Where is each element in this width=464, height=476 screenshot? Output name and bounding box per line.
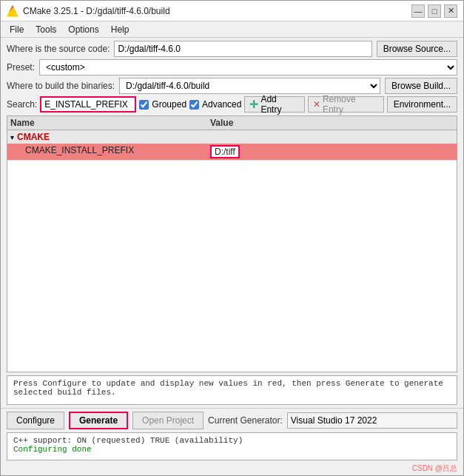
- x-icon: ✕: [313, 99, 320, 110]
- build-row: Where to build the binaries: D:/gdal/tif…: [7, 78, 457, 94]
- search-row: Search: Grouped Advanced ✛ Add Entry ✕ R…: [7, 96, 457, 113]
- remove-entry-button[interactable]: ✕ Remove Entry: [308, 96, 384, 113]
- log-line-1: C++ support: ON (requested) TRUE (availa…: [13, 436, 451, 445]
- cmake-group-header[interactable]: ▾ CMAKE: [7, 130, 457, 144]
- menu-options[interactable]: Options: [62, 23, 104, 36]
- build-label: Where to build the binaries:: [7, 81, 115, 91]
- bottom-bar: Configure Generate Open Project Current …: [1, 408, 463, 432]
- table-row[interactable]: CMAKE_INSTALL_PREFIX D:/tiff: [7, 144, 457, 161]
- status-bar: Press Configure to update and display ne…: [7, 375, 457, 405]
- cmake-table: Name Value ▾ CMAKE CMAKE_INSTALL_PREFIX …: [7, 115, 457, 372]
- generate-button[interactable]: Generate: [69, 412, 128, 429]
- search-label: Search:: [7, 99, 37, 110]
- cmake-group-label: CMAKE: [17, 132, 50, 142]
- search-input[interactable]: [40, 96, 136, 113]
- current-generator-label: Current Generator:: [208, 415, 283, 426]
- grouped-checkbox-group: Grouped: [139, 99, 186, 110]
- build-input[interactable]: D:/gdal/tiff-4.6.0/build: [119, 78, 380, 94]
- menu-bar: File Tools Options Help: [1, 21, 463, 38]
- row-value-cell: D:/tiff: [210, 145, 454, 158]
- menu-help[interactable]: Help: [105, 23, 135, 36]
- row-name-cell: CMAKE_INSTALL_PREFIX: [10, 145, 210, 158]
- current-generator-input[interactable]: [287, 412, 457, 429]
- col-value: Value: [210, 118, 454, 128]
- advanced-checkbox-group: Advanced: [189, 99, 241, 110]
- col-name: Name: [10, 118, 210, 128]
- log-area: C++ support: ON (requested) TRUE (availa…: [7, 432, 457, 460]
- minimize-button[interactable]: —: [411, 4, 425, 18]
- grouped-checkbox[interactable]: [139, 100, 149, 110]
- log-line-2: Configuring done: [13, 445, 451, 454]
- preset-label: Preset:: [7, 62, 35, 73]
- preset-row: Preset: <custom>: [7, 59, 457, 76]
- value-highlighted: D:/tiff: [210, 145, 240, 158]
- remove-entry-label: Remove Entry: [323, 94, 379, 115]
- browse-source-button[interactable]: Browse Source...: [377, 41, 457, 57]
- title-bar: CMake 3.25.1 - D:/gdal/tiff-4.6.0/build …: [1, 1, 463, 21]
- configure-button[interactable]: Configure: [7, 412, 64, 429]
- advanced-label: Advanced: [202, 99, 241, 110]
- plus-icon: ✛: [249, 98, 258, 110]
- source-row: Where is the source code: Browse Source.…: [7, 41, 457, 57]
- maximize-button[interactable]: □: [428, 4, 441, 18]
- status-message: Press Configure to update and display ne…: [13, 379, 443, 397]
- source-input[interactable]: [114, 41, 371, 57]
- table-header: Name Value: [7, 116, 457, 130]
- cmake-icon: [7, 5, 19, 17]
- environment-button[interactable]: Environment...: [387, 96, 457, 113]
- expand-arrow-icon: ▾: [10, 133, 14, 141]
- source-label: Where is the source code:: [7, 44, 110, 54]
- preset-select[interactable]: <custom>: [39, 59, 457, 76]
- window-title: CMake 3.25.1 - D:/gdal/tiff-4.6.0/build: [23, 6, 411, 16]
- advanced-checkbox[interactable]: [189, 100, 199, 110]
- cmake-window: CMake 3.25.1 - D:/gdal/tiff-4.6.0/build …: [0, 0, 464, 476]
- watermark: CSDN @吕总: [1, 463, 463, 475]
- open-project-button[interactable]: Open Project: [132, 412, 204, 429]
- window-controls: — □ ✕: [411, 4, 457, 18]
- browse-build-button[interactable]: Browse Build...: [385, 78, 457, 94]
- table-body: ▾ CMAKE CMAKE_INSTALL_PREFIX D:/tiff: [7, 130, 457, 161]
- add-entry-label: Add Entry: [260, 94, 299, 115]
- grouped-label: Grouped: [152, 99, 186, 110]
- add-entry-button[interactable]: ✛ Add Entry: [244, 96, 304, 113]
- close-button[interactable]: ✕: [444, 4, 457, 18]
- toolbar: Where is the source code: Browse Source.…: [1, 38, 463, 115]
- menu-file[interactable]: File: [4, 23, 30, 36]
- menu-tools[interactable]: Tools: [30, 23, 62, 36]
